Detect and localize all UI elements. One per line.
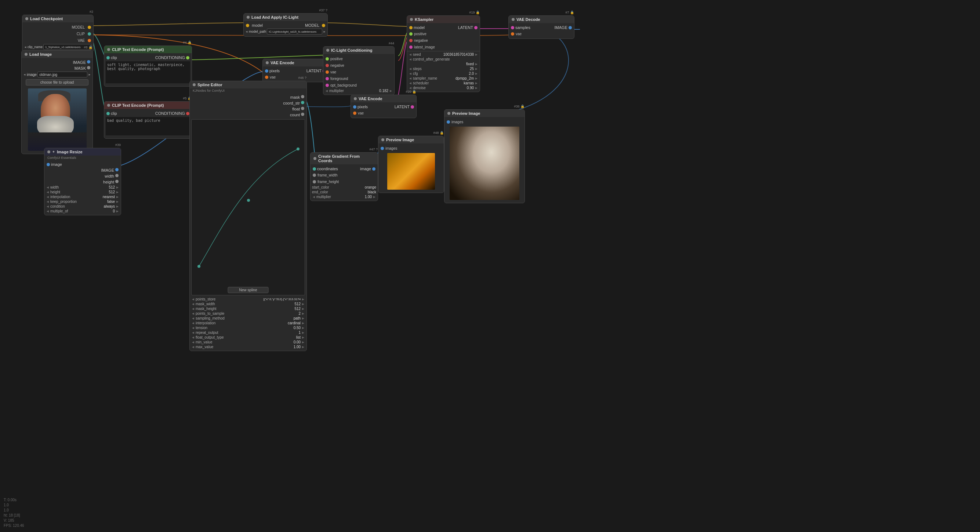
ic-light-body: model MODEL ◄ model_path ► — [244, 21, 328, 37]
ksampler-model-port[interactable] — [409, 26, 412, 29]
gradient-fh-label: frame_height — [318, 180, 339, 184]
clip-neg-dot — [107, 104, 110, 107]
image-resize-out-port[interactable] — [115, 168, 119, 172]
ic-cond-vae-row: vae — [323, 68, 394, 75]
ic-cond-positive-port[interactable] — [326, 57, 329, 60]
spline-count-port[interactable] — [301, 113, 304, 116]
vae-enc1-vae-port[interactable] — [265, 76, 268, 79]
image-resize-header: ✦ Image Resize — [45, 148, 121, 156]
ksampler-latent-image-port[interactable] — [409, 46, 412, 49]
vae-decode-image-label: IMAGE — [555, 25, 568, 30]
clip-port[interactable] — [88, 32, 91, 36]
model-path-input[interactable] — [267, 29, 322, 35]
ksampler-latent-port[interactable] — [474, 26, 477, 29]
gradient-fw-port[interactable] — [313, 173, 316, 177]
gradient-dot — [313, 157, 317, 160]
ksampler-positive-port[interactable] — [409, 32, 412, 36]
ksampler-seed-label: seed — [413, 52, 439, 57]
vae-port[interactable] — [88, 39, 91, 42]
vae-decode-vae-row: vae — [509, 30, 574, 37]
preview-image-1-title: Preview Image — [386, 138, 414, 142]
preview1-images-port[interactable] — [380, 147, 384, 150]
mask-output-port[interactable] — [87, 66, 90, 69]
clip-label: CLIP — [77, 32, 85, 36]
ksampler-control-value-row: fixed ► — [407, 62, 480, 67]
ic-cond-positive-row: positive — [323, 56, 394, 62]
clip-pos-clip-port[interactable] — [107, 56, 110, 59]
ic-cond-vae-port[interactable] — [326, 70, 329, 74]
ic-cond-vae-label: vae — [330, 70, 336, 74]
image-name-input[interactable] — [37, 71, 88, 78]
ir-width-label: width — [50, 185, 76, 189]
gradient-fw-label: frame_width — [318, 173, 337, 177]
spline-float-port[interactable] — [301, 107, 304, 110]
ksampler-positive-label: positive — [414, 32, 426, 36]
image-resize-width-port[interactable] — [115, 174, 119, 177]
spline-mask-port[interactable] — [301, 95, 304, 98]
preview2-images-port[interactable] — [447, 120, 450, 124]
vae-enc1-pixels-port[interactable] — [265, 69, 268, 73]
clip-neg-text[interactable]: bad quality, bad picture — [106, 117, 190, 135]
status-value2: 1.0 — [4, 508, 24, 513]
vae-enc2-latent-label: LATENT — [395, 105, 410, 109]
vae-decode-samples-port[interactable] — [511, 26, 514, 29]
new-spline-button[interactable]: New spline — [228, 287, 269, 293]
ic-cond-bg-port[interactable] — [326, 84, 329, 87]
clip-neg-clip-port[interactable] — [107, 112, 110, 115]
vae-decode-vae-port[interactable] — [511, 32, 514, 36]
ksampler-positive-row: positive — [407, 30, 480, 37]
clip-encode-pos-header: CLIP Text Encode (Prompt) — [104, 46, 192, 53]
clip-pos-dot — [107, 48, 110, 51]
spline-pts-value: 2 — [299, 311, 301, 316]
choose-file-button[interactable]: choose file to upload — [26, 79, 88, 86]
image-resize-dot — [47, 151, 50, 153]
gradient-image-port[interactable] — [372, 167, 375, 171]
gradient-fh-port[interactable] — [313, 180, 316, 183]
model-output-port[interactable] — [322, 24, 325, 27]
clip-neg-cond-port[interactable] — [186, 112, 189, 115]
image-resize-out-label: IMAGE — [101, 168, 114, 172]
ksampler-negative-label: negative — [414, 38, 428, 43]
spline-mh-row: ◄ mask_height 512 ► — [190, 306, 307, 311]
gradient-mult-label: multiplier — [317, 195, 342, 199]
preview-white-portrait-image — [450, 127, 519, 200]
spline-interp-value: cardinal — [288, 321, 301, 325]
ic-cond-negative-port[interactable] — [326, 64, 329, 67]
model-input-port[interactable] — [246, 24, 249, 27]
model-port[interactable] — [88, 26, 91, 29]
ksampler-sampler-label: sampler_name — [413, 76, 439, 80]
clip-neg-clip-label: clip — [111, 111, 117, 116]
ic-cond-positive-label: positive — [330, 57, 343, 61]
load-image-dot — [25, 53, 27, 56]
ksampler-steps-label: steps — [413, 67, 439, 71]
clip-pos-cond-port[interactable] — [186, 56, 189, 59]
spline-mh-label: mask_height — [196, 307, 221, 311]
image-output-port[interactable] — [87, 60, 90, 64]
model-output: MODEL — [22, 24, 93, 30]
ir-keep-label: keep_proportion — [50, 200, 77, 203]
ksampler-scheduler-value: karras — [464, 81, 474, 85]
image-resize-image-port[interactable] — [47, 163, 50, 166]
spline-sm-value: path — [294, 316, 301, 320]
ksampler-negative-port[interactable] — [409, 39, 412, 42]
vae-enc2-pixels-port[interactable] — [353, 105, 356, 109]
vae-enc1-vae-row: vae — [263, 74, 328, 80]
spline-coord-label: coord_str — [283, 101, 300, 105]
vae-enc2-vae-port[interactable] — [353, 111, 356, 115]
spline-canvas[interactable]: New spline — [191, 119, 305, 295]
ic-cond-foreground-port[interactable] — [326, 77, 329, 80]
node-id-39: #39 — [115, 143, 121, 147]
clip-pos-text[interactable]: soft light, cinematic, masterpiece, best… — [106, 61, 190, 83]
model-output-label: MODEL — [305, 23, 319, 27]
gradient-coord-port[interactable] — [313, 167, 316, 171]
spline-fot-label: float_output_type — [196, 335, 224, 339]
vae-decode-body: samples IMAGE vae — [509, 23, 574, 38]
create-gradient-title: Create Gradient From Coords — [318, 154, 375, 163]
spline-coord-port[interactable] — [301, 101, 304, 104]
clip-encode-pos-node: #4 🔒 CLIP Text Encode (Prompt) clip COND… — [104, 46, 192, 87]
image-resize-height-port[interactable] — [115, 180, 119, 183]
clip-neg-cond-label: CONDITIONING — [155, 111, 185, 116]
vae-decode-image-port[interactable] — [568, 26, 572, 29]
vae-enc2-latent-port[interactable] — [411, 105, 414, 109]
ksampler-body: model LATENT positive negative latest_im… — [407, 23, 480, 92]
